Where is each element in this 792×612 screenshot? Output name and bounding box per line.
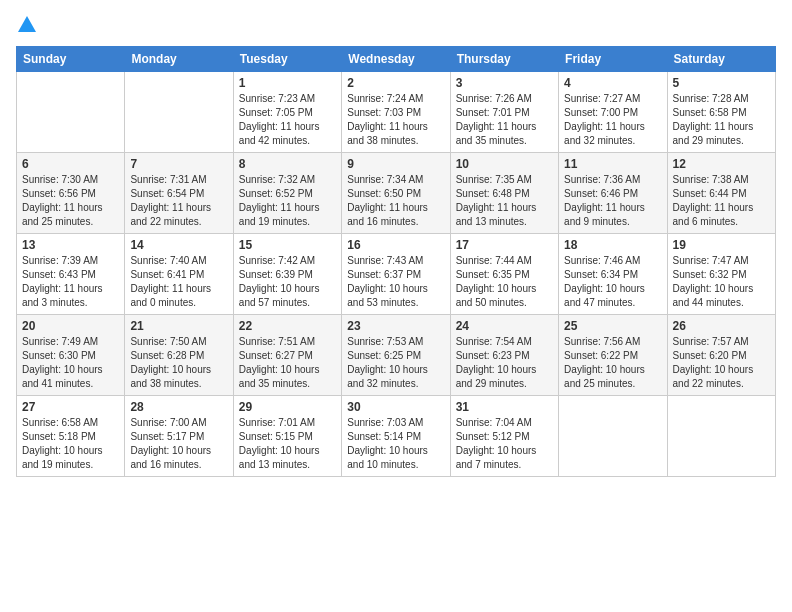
day-number: 12: [673, 157, 770, 171]
day-info: Sunrise: 7:40 AM Sunset: 6:41 PM Dayligh…: [130, 254, 227, 310]
calendar-cell: 22Sunrise: 7:51 AM Sunset: 6:27 PM Dayli…: [233, 315, 341, 396]
calendar-header-saturday: Saturday: [667, 47, 775, 72]
day-number: 24: [456, 319, 553, 333]
calendar-header-sunday: Sunday: [17, 47, 125, 72]
calendar-cell: 17Sunrise: 7:44 AM Sunset: 6:35 PM Dayli…: [450, 234, 558, 315]
day-info: Sunrise: 7:44 AM Sunset: 6:35 PM Dayligh…: [456, 254, 553, 310]
day-number: 7: [130, 157, 227, 171]
day-number: 25: [564, 319, 661, 333]
day-number: 8: [239, 157, 336, 171]
calendar-cell: [125, 72, 233, 153]
day-number: 14: [130, 238, 227, 252]
day-info: Sunrise: 7:51 AM Sunset: 6:27 PM Dayligh…: [239, 335, 336, 391]
calendar-week-5: 27Sunrise: 6:58 AM Sunset: 5:18 PM Dayli…: [17, 396, 776, 477]
calendar-cell: 6Sunrise: 7:30 AM Sunset: 6:56 PM Daylig…: [17, 153, 125, 234]
day-info: Sunrise: 7:31 AM Sunset: 6:54 PM Dayligh…: [130, 173, 227, 229]
calendar-header-row: SundayMondayTuesdayWednesdayThursdayFrid…: [17, 47, 776, 72]
calendar-cell: 14Sunrise: 7:40 AM Sunset: 6:41 PM Dayli…: [125, 234, 233, 315]
day-info: Sunrise: 7:43 AM Sunset: 6:37 PM Dayligh…: [347, 254, 444, 310]
calendar-header-tuesday: Tuesday: [233, 47, 341, 72]
calendar-week-3: 13Sunrise: 7:39 AM Sunset: 6:43 PM Dayli…: [17, 234, 776, 315]
day-info: Sunrise: 7:56 AM Sunset: 6:22 PM Dayligh…: [564, 335, 661, 391]
day-info: Sunrise: 6:58 AM Sunset: 5:18 PM Dayligh…: [22, 416, 119, 472]
calendar-header-monday: Monday: [125, 47, 233, 72]
day-number: 28: [130, 400, 227, 414]
day-number: 9: [347, 157, 444, 171]
day-number: 31: [456, 400, 553, 414]
day-number: 11: [564, 157, 661, 171]
day-number: 19: [673, 238, 770, 252]
day-info: Sunrise: 7:39 AM Sunset: 6:43 PM Dayligh…: [22, 254, 119, 310]
day-info: Sunrise: 7:23 AM Sunset: 7:05 PM Dayligh…: [239, 92, 336, 148]
calendar-cell: 28Sunrise: 7:00 AM Sunset: 5:17 PM Dayli…: [125, 396, 233, 477]
calendar-cell: 30Sunrise: 7:03 AM Sunset: 5:14 PM Dayli…: [342, 396, 450, 477]
day-number: 1: [239, 76, 336, 90]
calendar-cell: 31Sunrise: 7:04 AM Sunset: 5:12 PM Dayli…: [450, 396, 558, 477]
day-info: Sunrise: 7:27 AM Sunset: 7:00 PM Dayligh…: [564, 92, 661, 148]
day-number: 16: [347, 238, 444, 252]
day-info: Sunrise: 7:47 AM Sunset: 6:32 PM Dayligh…: [673, 254, 770, 310]
day-number: 21: [130, 319, 227, 333]
calendar-cell: 13Sunrise: 7:39 AM Sunset: 6:43 PM Dayli…: [17, 234, 125, 315]
day-info: Sunrise: 7:42 AM Sunset: 6:39 PM Dayligh…: [239, 254, 336, 310]
calendar-cell: 27Sunrise: 6:58 AM Sunset: 5:18 PM Dayli…: [17, 396, 125, 477]
calendar-cell: 4Sunrise: 7:27 AM Sunset: 7:00 PM Daylig…: [559, 72, 667, 153]
calendar-header-friday: Friday: [559, 47, 667, 72]
day-info: Sunrise: 7:54 AM Sunset: 6:23 PM Dayligh…: [456, 335, 553, 391]
day-info: Sunrise: 7:24 AM Sunset: 7:03 PM Dayligh…: [347, 92, 444, 148]
day-info: Sunrise: 7:49 AM Sunset: 6:30 PM Dayligh…: [22, 335, 119, 391]
day-info: Sunrise: 7:38 AM Sunset: 6:44 PM Dayligh…: [673, 173, 770, 229]
calendar-cell: 25Sunrise: 7:56 AM Sunset: 6:22 PM Dayli…: [559, 315, 667, 396]
calendar-cell: [17, 72, 125, 153]
day-number: 23: [347, 319, 444, 333]
calendar-cell: [559, 396, 667, 477]
day-info: Sunrise: 7:53 AM Sunset: 6:25 PM Dayligh…: [347, 335, 444, 391]
day-info: Sunrise: 7:46 AM Sunset: 6:34 PM Dayligh…: [564, 254, 661, 310]
calendar-cell: 2Sunrise: 7:24 AM Sunset: 7:03 PM Daylig…: [342, 72, 450, 153]
logo-icon: [18, 16, 36, 32]
day-info: Sunrise: 7:57 AM Sunset: 6:20 PM Dayligh…: [673, 335, 770, 391]
calendar-cell: 9Sunrise: 7:34 AM Sunset: 6:50 PM Daylig…: [342, 153, 450, 234]
calendar-table: SundayMondayTuesdayWednesdayThursdayFrid…: [16, 46, 776, 477]
day-info: Sunrise: 7:04 AM Sunset: 5:12 PM Dayligh…: [456, 416, 553, 472]
calendar-cell: 21Sunrise: 7:50 AM Sunset: 6:28 PM Dayli…: [125, 315, 233, 396]
calendar-cell: 24Sunrise: 7:54 AM Sunset: 6:23 PM Dayli…: [450, 315, 558, 396]
day-number: 15: [239, 238, 336, 252]
calendar-cell: 1Sunrise: 7:23 AM Sunset: 7:05 PM Daylig…: [233, 72, 341, 153]
day-info: Sunrise: 7:28 AM Sunset: 6:58 PM Dayligh…: [673, 92, 770, 148]
calendar-week-1: 1Sunrise: 7:23 AM Sunset: 7:05 PM Daylig…: [17, 72, 776, 153]
day-number: 30: [347, 400, 444, 414]
calendar-week-4: 20Sunrise: 7:49 AM Sunset: 6:30 PM Dayli…: [17, 315, 776, 396]
svg-marker-0: [18, 16, 36, 32]
calendar-cell: 3Sunrise: 7:26 AM Sunset: 7:01 PM Daylig…: [450, 72, 558, 153]
calendar-cell: 23Sunrise: 7:53 AM Sunset: 6:25 PM Dayli…: [342, 315, 450, 396]
day-info: Sunrise: 7:26 AM Sunset: 7:01 PM Dayligh…: [456, 92, 553, 148]
day-info: Sunrise: 7:00 AM Sunset: 5:17 PM Dayligh…: [130, 416, 227, 472]
day-info: Sunrise: 7:01 AM Sunset: 5:15 PM Dayligh…: [239, 416, 336, 472]
day-number: 27: [22, 400, 119, 414]
calendar-cell: 20Sunrise: 7:49 AM Sunset: 6:30 PM Dayli…: [17, 315, 125, 396]
day-number: 13: [22, 238, 119, 252]
calendar-cell: [667, 396, 775, 477]
calendar-cell: 15Sunrise: 7:42 AM Sunset: 6:39 PM Dayli…: [233, 234, 341, 315]
day-number: 18: [564, 238, 661, 252]
calendar-cell: 5Sunrise: 7:28 AM Sunset: 6:58 PM Daylig…: [667, 72, 775, 153]
day-info: Sunrise: 7:35 AM Sunset: 6:48 PM Dayligh…: [456, 173, 553, 229]
day-number: 3: [456, 76, 553, 90]
calendar-cell: 19Sunrise: 7:47 AM Sunset: 6:32 PM Dayli…: [667, 234, 775, 315]
calendar-cell: 12Sunrise: 7:38 AM Sunset: 6:44 PM Dayli…: [667, 153, 775, 234]
day-info: Sunrise: 7:50 AM Sunset: 6:28 PM Dayligh…: [130, 335, 227, 391]
day-number: 2: [347, 76, 444, 90]
calendar-cell: 8Sunrise: 7:32 AM Sunset: 6:52 PM Daylig…: [233, 153, 341, 234]
calendar-cell: 7Sunrise: 7:31 AM Sunset: 6:54 PM Daylig…: [125, 153, 233, 234]
day-number: 26: [673, 319, 770, 333]
day-number: 20: [22, 319, 119, 333]
day-info: Sunrise: 7:32 AM Sunset: 6:52 PM Dayligh…: [239, 173, 336, 229]
day-number: 10: [456, 157, 553, 171]
day-info: Sunrise: 7:34 AM Sunset: 6:50 PM Dayligh…: [347, 173, 444, 229]
day-info: Sunrise: 7:30 AM Sunset: 6:56 PM Dayligh…: [22, 173, 119, 229]
calendar-cell: 16Sunrise: 7:43 AM Sunset: 6:37 PM Dayli…: [342, 234, 450, 315]
day-number: 4: [564, 76, 661, 90]
calendar-cell: 11Sunrise: 7:36 AM Sunset: 6:46 PM Dayli…: [559, 153, 667, 234]
page-header: [16, 16, 776, 34]
